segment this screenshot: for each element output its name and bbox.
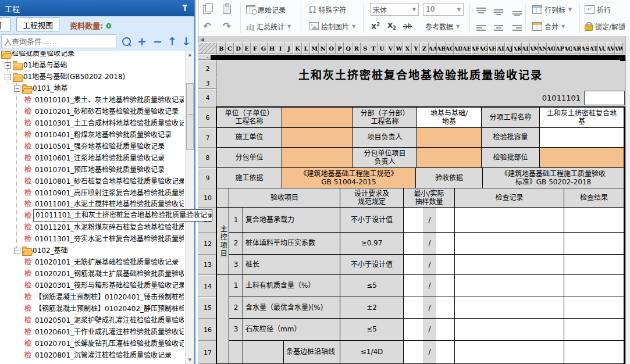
form-cell[interactable]: 分包单位 (217, 148, 282, 168)
group-label-main-control[interactable]: 主控项目 (217, 208, 229, 275)
form-cell[interactable]: 最小/实际 抽样数量 (404, 188, 455, 208)
tree-item[interactable]: 01010601_注浆地基检验批质量验收记录 (35, 153, 184, 163)
column-header[interactable]: AN (539, 42, 547, 54)
row-header[interactable]: 2 (198, 60, 217, 77)
form-cell[interactable]: 土料有机质含量（%） (243, 275, 340, 297)
form-cell[interactable]: ≤5 (340, 319, 404, 341)
tree-item[interactable]: 01020801_沉管灌注桩检验批质量验收记录 (35, 350, 184, 361)
panel-splitter[interactable] (194, 0, 198, 364)
column-header[interactable]: Q (344, 42, 353, 54)
row-col-labels-button[interactable]: 行列标▼ (532, 2, 572, 16)
form-cell[interactable]: / (404, 255, 455, 275)
tree-toggle-minus[interactable]: − (14, 248, 20, 254)
row-header[interactable]: 16 (198, 319, 217, 341)
tree-item[interactable]: 01020501_泥浆护壁成孔灌注桩检验批质量验收记录 (35, 315, 184, 326)
draw-picture-button[interactable]: 绘制图片▼ (309, 19, 355, 33)
align-left-button[interactable] (476, 22, 486, 35)
row-header[interactable]: 12 (198, 233, 217, 255)
tree-item[interactable]: 01010801_砂石桩复合地基检验批质量验收记录 (35, 176, 184, 187)
form-cell[interactable]: / (404, 319, 455, 341)
check-result-cell[interactable] (564, 319, 624, 341)
column-header[interactable]: AW (615, 42, 623, 54)
form-cell[interactable]: 3 (229, 319, 243, 341)
form-cell[interactable] (540, 148, 624, 168)
column-header[interactable]: AV (606, 42, 615, 54)
tree-item[interactable]: 01010501_强夯地基检验批质量验收记录 (35, 141, 184, 152)
row-header[interactable]: 3 (198, 77, 217, 89)
original-record-button[interactable]: 原始记录 (246, 2, 286, 16)
remove-icon[interactable]: − (151, 34, 165, 49)
tree-item[interactable]: 01地基与基础 (23, 60, 184, 70)
sheet-corner-cell[interactable] (198, 42, 217, 54)
tree-item[interactable]: 01011301_夯实水泥土桩复合地基检验批质量验收记录 (35, 234, 184, 244)
column-header[interactable]: AR (572, 42, 581, 54)
form-cell[interactable]: 不小于设计值 (340, 255, 404, 275)
form-cell[interactable] (217, 275, 229, 364)
column-header[interactable]: O (327, 42, 336, 54)
add-icon[interactable]: + (135, 34, 149, 49)
column-header[interactable]: W (395, 42, 403, 54)
column-header[interactable]: AC (446, 42, 454, 54)
form-cell[interactable]: 复合地基承载力 (243, 208, 340, 233)
form-cell[interactable]: 《建筑地基基础工程施工质量验收 标准》GB 50202-2018 (483, 168, 624, 188)
column-header[interactable]: AT (589, 42, 598, 54)
column-header[interactable]: H (268, 42, 276, 54)
form-cell[interactable]: 1 (229, 208, 243, 233)
form-cell[interactable] (229, 341, 243, 364)
move-up-icon[interactable]: ↑ (165, 34, 179, 49)
column-header[interactable]: AA (429, 42, 437, 54)
tree-item[interactable]: 01020301_筏形与箱形基础检验批质量验收记录 (35, 280, 184, 291)
search-icon[interactable] (119, 34, 133, 49)
pin-icon[interactable] (182, 5, 188, 12)
check-record-cell[interactable] (455, 319, 564, 341)
form-cell[interactable]: 不小于设计值 (340, 208, 404, 233)
tree-item[interactable]: 01011001_水泥土搅拌桩地基检验批质量验收记录 (35, 199, 184, 209)
tree-item[interactable]: 01020701_长螺旋钻孔压灌桩检验批质量验收记录 (35, 338, 184, 349)
form-cell[interactable]: 地基与基础/ 地基 (417, 108, 482, 128)
column-header[interactable]: P (336, 42, 344, 54)
check-record-cell[interactable] (455, 297, 564, 319)
doc-code-input[interactable] (584, 91, 625, 105)
form-cell[interactable]: ≤5 (340, 275, 404, 297)
undo-button[interactable]: ↶ (203, 19, 211, 33)
tree-toggle-minus[interactable]: − (14, 85, 20, 92)
copy-button[interactable] (203, 2, 211, 16)
column-header[interactable]: I (276, 42, 284, 54)
tree-item[interactable]: 【钢筋混凝土预制桩】01020401_锤击预制桩检验批质量验收记录 (35, 292, 184, 302)
tree-item[interactable]: 01011201_水泥粉煤灰碎石桩复合地基检验批质量验收记录 (35, 222, 184, 233)
form-cell[interactable]: 土和灰土挤密桩复合地 基 (540, 108, 624, 128)
column-header[interactable]: N (319, 42, 327, 54)
row-header[interactable]: 4 (198, 89, 217, 106)
column-header[interactable]: T (369, 42, 378, 54)
form-cell[interactable] (243, 341, 284, 364)
row-header[interactable]: 10 (198, 188, 217, 208)
form-cell[interactable]: 检验批容量 (482, 128, 540, 148)
form-cell[interactable]: 分项工程名称 (482, 108, 540, 128)
tree-item[interactable]: 01010101_素土、灰土地基检验批质量验收记录 (35, 95, 184, 105)
column-header[interactable]: Y (412, 42, 420, 54)
tree-item[interactable]: 01地基与基础(GB50202-2018) (23, 72, 184, 82)
column-header[interactable]: AP (556, 42, 564, 54)
form-cell[interactable]: 桩长 (243, 255, 340, 275)
column-header[interactable]: F (251, 42, 259, 54)
tree-item[interactable]: 01020601_干作业成孔灌注桩检验批质量验收记录 (35, 327, 184, 337)
form-cell[interactable]: 含水量（最优含水量)(%) (243, 297, 340, 319)
column-header[interactable]: E (243, 42, 251, 54)
check-result-cell[interactable] (564, 255, 624, 275)
form-cell[interactable]: 检查记录 (455, 188, 564, 208)
column-header[interactable]: AI (496, 42, 505, 54)
special-chars-button[interactable]: Ω 特殊字符 (309, 2, 346, 16)
column-header[interactable]: AQ (564, 42, 572, 54)
wrap-line-button[interactable]: ↵ 折行 (585, 2, 611, 16)
tree-item[interactable]: 01010401_粉煤灰地基检验批质量验收记录 (35, 130, 184, 140)
check-result-cell[interactable] (564, 341, 624, 364)
align-middle-button[interactable] (494, 5, 503, 19)
column-header[interactable]: J (284, 42, 293, 54)
form-cell[interactable]: 1 (229, 275, 243, 297)
check-result-cell[interactable] (564, 208, 624, 233)
form-cell[interactable] (282, 148, 353, 168)
check-result-cell[interactable] (564, 297, 624, 319)
column-header[interactable]: AU (598, 42, 606, 54)
tree-item[interactable]: 检验批质量验收记录 (12, 51, 184, 59)
tree-item[interactable]: 01010301_土工合成材料地基检验批质量验收记录 (35, 118, 184, 129)
